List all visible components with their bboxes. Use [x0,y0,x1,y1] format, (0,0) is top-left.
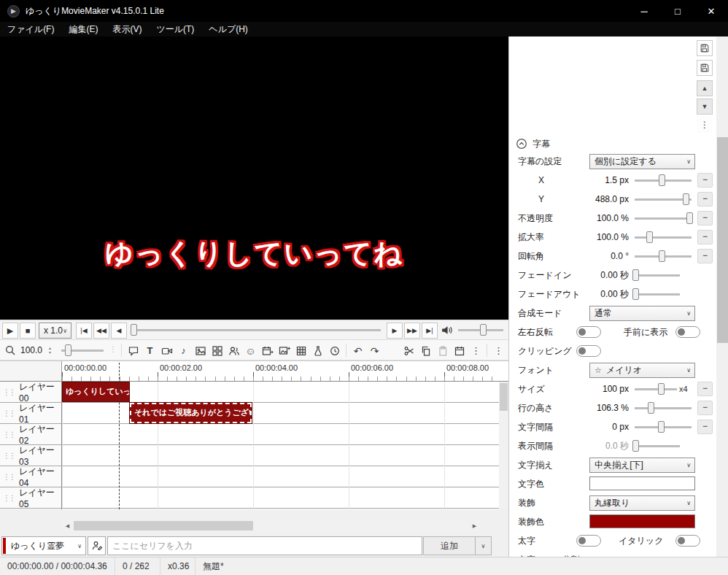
x-keyframe-button[interactable]: − [697,173,713,188]
char-spacing-keyframe-button[interactable]: − [697,420,713,434]
speed-dropdown[interactable]: x 1.0 ∨ [39,323,71,339]
seek-track[interactable] [131,329,381,331]
character-voice-button[interactable] [88,536,106,555]
clipping-toggle[interactable] [576,345,601,357]
text-color-swatch[interactable] [589,476,695,490]
line-height-keyframe-button[interactable]: − [697,401,713,415]
volume-icon[interactable] [441,324,453,336]
drag-handle-icon[interactable]: ⋮⋮ [0,452,19,460]
add-effect-item-button[interactable] [310,343,325,358]
font-dropdown[interactable]: ☆ メイリオ ∨ [589,363,695,378]
paste-button[interactable] [435,343,450,358]
rotation-keyframe-button[interactable]: − [697,249,713,263]
subtitle-section-header[interactable]: 字幕 [509,135,716,153]
timeline-more-button[interactable]: ⋮ [468,343,484,358]
opacity-keyframe-button[interactable]: − [697,211,713,225]
char-spacing-value[interactable]: 0 px [550,417,629,436]
opacity-slider[interactable] [635,211,692,225]
add-image-item-button[interactable] [193,343,208,358]
timeline-clip-subtitle-1[interactable]: ゆっくりしていってね [62,382,130,402]
show-in-front-toggle[interactable] [675,326,700,338]
line-height-value[interactable]: 106.3 % [550,398,629,417]
add-scene-item-button[interactable] [260,343,275,358]
add-video-item-button[interactable] [159,343,174,358]
layer-row-1[interactable]: ⋮⋮レイヤー 01 [0,403,61,424]
menu-edit[interactable]: 編集(E) [61,22,105,36]
layer-row-0[interactable]: ⋮⋮レイヤー 00 [0,382,61,403]
timeline-tracks[interactable]: ゆっくりしていってね それではご視聴ありがとうござい [62,382,499,509]
timeline-zoom-slider[interactable] [61,343,104,358]
add-audio-item-button[interactable]: ♪ [176,343,191,358]
favorite-star-icon[interactable]: ☆ [590,366,602,375]
close-button[interactable]: ✕ [694,0,728,22]
layer-row-4[interactable]: ⋮⋮レイヤー 04 [0,466,61,487]
seek-slider[interactable] [131,323,381,337]
x-slider[interactable] [635,173,692,188]
volume-thumb[interactable] [480,324,487,336]
line-height-slider[interactable] [635,401,692,415]
italic-toggle[interactable] [675,535,700,547]
undo-button[interactable]: ↶ [350,343,365,358]
fade-out-slider[interactable] [635,287,680,301]
copy-button[interactable] [418,343,433,358]
collapse-section-icon[interactable] [516,138,527,150]
play-button[interactable]: ▶ [2,323,18,339]
drag-handle-icon[interactable]: ⋮⋮ [0,431,19,439]
scale-slider[interactable] [635,230,692,244]
add-text-item-button[interactable]: T [142,343,158,358]
save-preset-button[interactable] [697,40,713,56]
maximize-button[interactable]: □ [661,0,694,22]
vertical-scroll-thumb[interactable] [500,383,508,411]
opacity-value[interactable]: 100.0 % [550,209,629,228]
add-serif-options-button[interactable]: ∨ [476,536,492,555]
scale-keyframe-button[interactable]: − [697,230,713,244]
step-forward-button[interactable]: ▶▶ [404,323,420,339]
timeline-clip-subtitle-2-selected[interactable]: それではご視聴ありがとうござい [130,403,252,423]
fade-out-value[interactable]: 0.00 秒 [550,285,629,304]
cut-button[interactable] [401,343,417,358]
menu-tools[interactable]: ツール(T) [149,22,201,36]
drag-handle-icon[interactable]: ⋮⋮ [0,494,19,502]
horizontal-scroll-thumb[interactable] [74,521,253,530]
layer-row-3[interactable]: ⋮⋮レイヤー 03 [0,445,61,466]
drag-handle-icon[interactable]: ⋮⋮ [0,388,19,396]
serif-input[interactable] [107,536,422,555]
zoom-thumb[interactable] [65,344,71,356]
save-preset-as-button[interactable] [697,60,713,76]
add-time-item-button[interactable] [327,343,342,358]
size-slider[interactable] [635,382,677,396]
scroll-left-arrow[interactable]: ◀ [62,520,73,531]
rotation-slider[interactable] [635,249,692,263]
character-dropdown[interactable]: ゆっくり霊夢 ∨ [1,536,86,555]
add-template-item-button[interactable] [276,343,292,358]
char-spacing-slider[interactable] [635,420,692,434]
decoration-dropdown[interactable]: 丸縁取り ∨ [589,495,695,511]
text-align-dropdown[interactable]: 中央揃え[下] ∨ [589,458,695,473]
skip-to-start-button[interactable]: |◀ [76,323,92,339]
y-slider[interactable] [635,192,692,207]
scale-value[interactable]: 100.0 % [550,228,629,247]
preview-subtitle-text[interactable]: ゆっくりしていってね [0,235,508,272]
display-interval-slider[interactable] [635,439,680,453]
stop-button[interactable]: ■ [20,323,36,339]
subtitle-setting-dropdown[interactable]: 個別に設定する ∨ [589,154,695,169]
menu-file[interactable]: ファイル(F) [0,22,61,36]
decoration-color-swatch[interactable] [589,514,695,528]
fade-in-value[interactable]: 0.00 秒 [550,266,629,285]
zoom-spinner[interactable]: ▲ ▼ [48,346,52,355]
timeline-horizontal-scrollbar[interactable]: ◀ ▶ [62,520,480,531]
add-comment-item-button[interactable] [125,343,141,358]
size-keyframe-button[interactable]: − [697,382,713,396]
scroll-right-arrow[interactable]: ▶ [469,520,480,531]
display-interval-value[interactable]: 0.0 秒 [550,436,629,455]
step-back-button[interactable]: ◀◀ [93,323,109,339]
panel-more-button[interactable]: ⋮ [697,117,713,133]
menu-view[interactable]: 表示(V) [105,22,149,36]
panel-scrollbar[interactable] [716,36,728,557]
x-value[interactable]: 1.5 px [550,171,629,190]
drag-handle-icon[interactable]: ⋮⋮ [0,473,19,481]
frame-back-button[interactable]: ◀ [111,323,127,339]
add-shape-item-button[interactable] [209,343,225,358]
timeline-vertical-scrollbar[interactable] [499,382,508,509]
bold-toggle[interactable] [576,535,601,547]
